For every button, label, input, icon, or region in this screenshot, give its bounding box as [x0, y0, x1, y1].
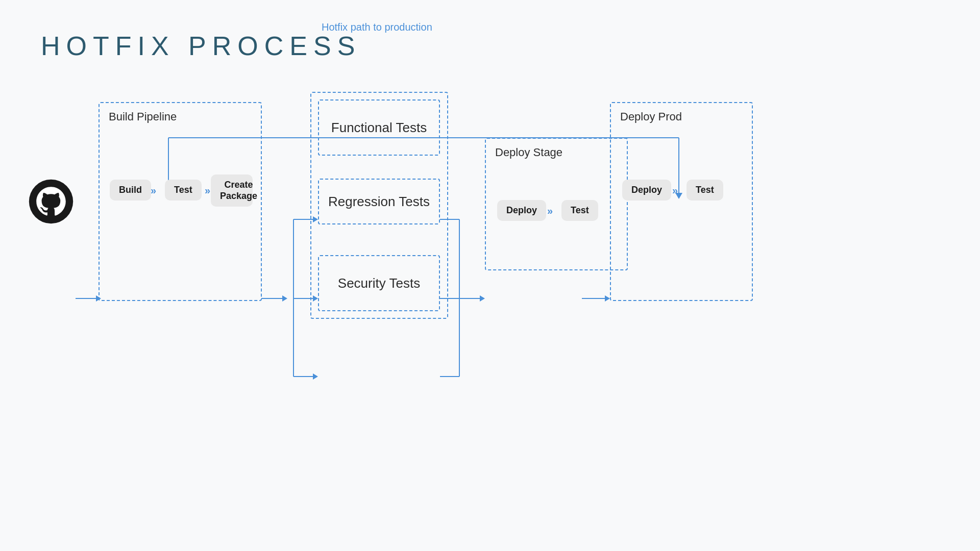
svg-marker-16	[313, 373, 318, 380]
deploy-stage-label: Deploy Stage	[495, 146, 562, 159]
regression-tests-box: Regression Tests	[318, 179, 440, 224]
functional-tests-label: Functional Tests	[331, 120, 427, 136]
security-tests-box: Security Tests	[318, 255, 440, 311]
create-package-step: Create Package	[211, 174, 253, 207]
functional-tests-box: Functional Tests	[318, 99, 440, 156]
deploy-stage-test: Test	[561, 200, 598, 221]
svg-marker-25	[605, 295, 610, 302]
deploy-prod-box: Deploy Prod Deploy » Test	[610, 102, 753, 301]
chevron-1: »	[151, 185, 156, 196]
build-step: Build	[110, 180, 151, 201]
build-pipeline-label: Build Pipeline	[109, 110, 177, 123]
svg-marker-13	[313, 295, 318, 302]
svg-marker-23	[480, 295, 485, 302]
deploy-stage-box: Deploy Stage Deploy » Test	[485, 138, 628, 270]
regression-tests-label: Regression Tests	[328, 194, 430, 210]
svg-marker-11	[313, 216, 318, 222]
build-pipeline-box: Build Pipeline Build » Test » Create Pac…	[99, 102, 262, 301]
chevron-2: »	[205, 185, 210, 196]
svg-marker-8	[282, 295, 287, 302]
test-step: Test	[165, 180, 202, 201]
deploy-stage-deploy: Deploy	[497, 200, 546, 221]
security-tests-label: Security Tests	[338, 276, 420, 291]
chevron-3: »	[547, 205, 553, 217]
deploy-prod-label: Deploy Prod	[620, 110, 682, 123]
chevron-4: »	[672, 185, 678, 196]
deploy-prod-deploy: Deploy	[622, 180, 671, 201]
deploy-prod-test: Test	[687, 180, 723, 201]
